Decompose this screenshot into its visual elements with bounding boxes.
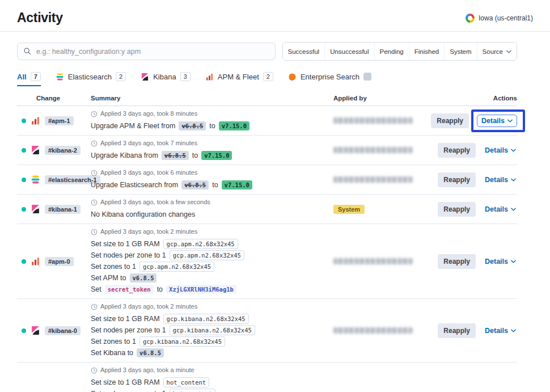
applied-time: Applied 3 days ago, took 8 minutes: [91, 110, 333, 117]
details-wrap: Details: [477, 115, 517, 127]
applied-time-text: Applied 3 days ago, took 6 minutes: [100, 169, 197, 176]
col-header-applied-by: Applied by: [333, 95, 434, 102]
filter-finished[interactable]: Finished: [409, 43, 444, 60]
summary-text: to: [157, 285, 163, 293]
summary-cell: Applied 3 days ago, took a minuteSet siz…: [91, 366, 333, 392]
tab-enterprise-search[interactable]: Enterprise Search: [288, 72, 371, 86]
summary-line: No Kibana configuration changes: [91, 209, 333, 220]
kibana-icon: [31, 204, 40, 214]
enterprise-search-icon: [288, 73, 297, 81]
reapply-button[interactable]: Reapply: [438, 143, 476, 158]
details-button[interactable]: Details: [477, 115, 517, 127]
summary-line: Set zones to 1gcp.kibana.n2.68x32x45: [91, 336, 333, 347]
details-wrap: Details: [484, 324, 517, 337]
summary-text: to: [192, 151, 198, 159]
details-wrap: Details: [484, 203, 517, 216]
details-wrap: Details: [484, 144, 517, 157]
health-status-dot: [22, 328, 26, 333]
reapply-button[interactable]: Reapply: [438, 202, 476, 217]
filter-source-label: Source: [483, 48, 503, 55]
clock-icon: [91, 367, 98, 374]
kibana-icon: [141, 73, 149, 81]
value-chip: XzjLGXRlNH3iM6ag1b: [166, 285, 236, 294]
redacted-user: [333, 117, 413, 124]
applied-time-text: Applied 3 days ago, took a few seconds: [100, 199, 210, 206]
details-button[interactable]: Details: [484, 174, 517, 186]
col-header-change: Change: [17, 95, 91, 102]
summary-text: Set Kibana to: [91, 349, 133, 357]
kibana-icon: [31, 326, 40, 335]
details-label: Details: [485, 146, 508, 154]
tab-kibana[interactable]: Kibana 3: [141, 72, 191, 86]
summary-text: Set APM to: [91, 274, 126, 282]
change-cell: #kibana-1: [17, 199, 91, 220]
summary-text: Set nodes per zone to 1: [91, 326, 166, 334]
chevron-down-icon: [506, 50, 511, 53]
details-label: Details: [485, 176, 508, 184]
clock-icon: [91, 170, 98, 176]
reapply-button[interactable]: Reapply: [431, 113, 469, 128]
clock-icon: [91, 111, 98, 117]
value-chip: gcp.kibana.n2.68x32x45: [163, 314, 249, 324]
chevron-down-icon: [511, 149, 516, 152]
tab-kibana-count-badge: 3: [180, 72, 191, 81]
page-header: Activity Iowa (us-central1): [0, 0, 550, 31]
summary-line: Upgrade Elasticsearch fromv6.8.5tov7.15.…: [91, 180, 333, 190]
value-chip: hot_content: [163, 377, 210, 387]
actions-cell: ReapplyDetails: [434, 140, 517, 161]
summary-line: Upgrade APM & Fleet fromv6.8.5tov7.15.0: [91, 121, 333, 131]
gcp-logo-icon: [466, 14, 475, 23]
value-chip: v6.8.5: [162, 151, 189, 160]
details-button[interactable]: Details: [484, 324, 517, 337]
elasticsearch-icon: [31, 175, 40, 184]
summary-cell: Applied 3 days ago, took a few secondsNo…: [91, 199, 333, 220]
chevron-down-icon: [511, 208, 516, 211]
summary-line: Set nodes per zone to 1gcp.apm.n2.68x32x…: [91, 250, 333, 260]
chevron-down-icon: [511, 178, 516, 182]
actions-cell: ReapplyDetails: [434, 303, 517, 358]
redacted-user: [333, 327, 413, 334]
clock-icon: [91, 199, 98, 206]
apm-icon: [31, 256, 40, 266]
tab-apm-fleet-count-badge: 2: [263, 72, 273, 81]
summary-cell: Applied 3 days ago, took 8 minutesUpgrad…: [91, 110, 333, 131]
apm-icon: [31, 116, 40, 125]
tab-elasticsearch-label: Elasticsearch: [68, 73, 112, 81]
table-row: #apm-0Applied 3 days ago, took 2 minutes…: [17, 224, 517, 299]
activity-tabs: All 7 Elasticsearch 2 Kibana 3 APM & Fle…: [17, 72, 517, 86]
tab-kibana-label: Kibana: [153, 73, 176, 81]
details-button[interactable]: Details: [484, 144, 517, 157]
summary-line: Set nodes per zone to 1gcp.kibana.n2.68x…: [91, 325, 333, 335]
table-row: Applied 3 days ago, took a minuteSet siz…: [17, 363, 517, 392]
applied-by-cell: [333, 169, 434, 190]
change-cell: #apm-1: [17, 110, 91, 131]
details-label: Details: [481, 117, 505, 125]
applied-time-text: Applied 3 days ago, took 2 minutes: [100, 303, 197, 310]
filter-system[interactable]: System: [444, 43, 476, 60]
filter-pending[interactable]: Pending: [374, 43, 409, 60]
details-button[interactable]: Details: [484, 203, 517, 216]
region-selector[interactable]: Iowa (us-central1): [466, 14, 533, 23]
tab-apm-fleet[interactable]: APM & Fleet 2: [205, 72, 273, 86]
filter-successful[interactable]: Successful: [283, 43, 325, 60]
search-input[interactable]: [36, 48, 269, 56]
tab-all-count-badge: 7: [31, 72, 41, 81]
filter-source[interactable]: Source: [477, 43, 517, 60]
reapply-button[interactable]: Reapply: [438, 254, 476, 269]
details-button[interactable]: Details: [484, 255, 517, 268]
reapply-button[interactable]: Reapply: [438, 172, 476, 187]
summary-text: Upgrade APM & Fleet from: [91, 122, 175, 130]
applied-by-cell: [333, 366, 434, 392]
tab-all[interactable]: All 7: [17, 72, 41, 86]
search-box[interactable]: [17, 43, 276, 60]
tab-elasticsearch[interactable]: Elasticsearch 2: [56, 72, 126, 86]
reapply-button[interactable]: Reapply: [438, 323, 476, 338]
details-label: Details: [485, 327, 508, 335]
applied-time-text: Applied 3 days ago, took a minute: [100, 366, 194, 374]
summary-line: Upgrade Kibana fromv6.8.5tov7.15.0: [91, 150, 333, 161]
table-body: #apm-1Applied 3 days ago, took 8 minutes…: [17, 106, 517, 392]
summary-text: Upgrade Elasticsearch from: [91, 181, 178, 189]
summary-text: Set size to 1 GB RAM: [91, 378, 160, 386]
summary-text: Set zones to 1: [91, 338, 136, 345]
filter-unsuccessful[interactable]: Unsuccessful: [324, 43, 374, 60]
